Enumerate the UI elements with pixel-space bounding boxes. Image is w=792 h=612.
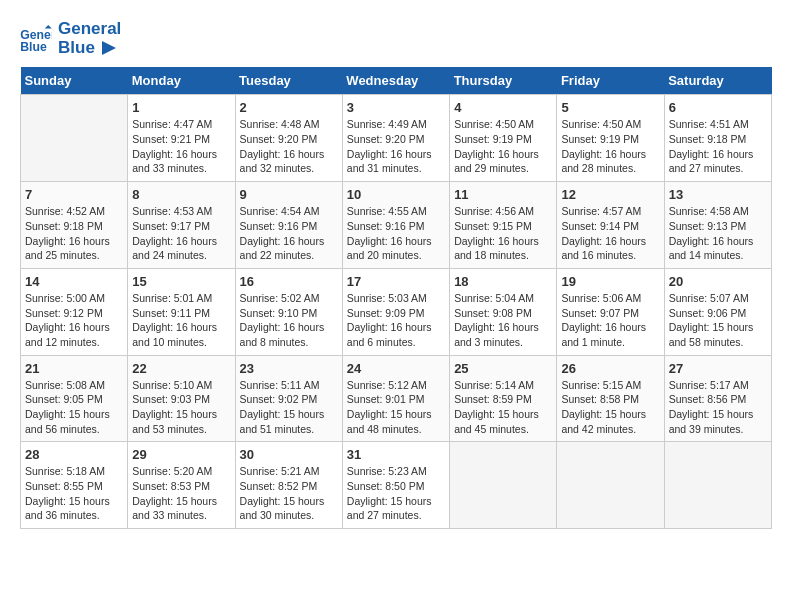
day-number: 24 <box>347 361 445 376</box>
day-info: Sunrise: 4:47 AMSunset: 9:21 PMDaylight:… <box>132 117 230 176</box>
day-info: Sunrise: 4:52 AMSunset: 9:18 PMDaylight:… <box>25 204 123 263</box>
day-number: 31 <box>347 447 445 462</box>
calendar-cell: 16 Sunrise: 5:02 AMSunset: 9:10 PMDaylig… <box>235 268 342 355</box>
calendar-cell: 24 Sunrise: 5:12 AMSunset: 9:01 PMDaylig… <box>342 355 449 442</box>
calendar-cell: 17 Sunrise: 5:03 AMSunset: 9:09 PMDaylig… <box>342 268 449 355</box>
logo: General Blue General Blue <box>20 20 121 57</box>
day-info: Sunrise: 5:21 AMSunset: 8:52 PMDaylight:… <box>240 464 338 523</box>
day-info: Sunrise: 4:56 AMSunset: 9:15 PMDaylight:… <box>454 204 552 263</box>
calendar-cell: 15 Sunrise: 5:01 AMSunset: 9:11 PMDaylig… <box>128 268 235 355</box>
calendar-cell: 6 Sunrise: 4:51 AMSunset: 9:18 PMDayligh… <box>664 95 771 182</box>
day-info: Sunrise: 5:11 AMSunset: 9:02 PMDaylight:… <box>240 378 338 437</box>
day-number: 26 <box>561 361 659 376</box>
day-info: Sunrise: 5:15 AMSunset: 8:58 PMDaylight:… <box>561 378 659 437</box>
day-info: Sunrise: 5:06 AMSunset: 9:07 PMDaylight:… <box>561 291 659 350</box>
calendar-cell: 29 Sunrise: 5:20 AMSunset: 8:53 PMDaylig… <box>128 442 235 529</box>
calendar-cell: 19 Sunrise: 5:06 AMSunset: 9:07 PMDaylig… <box>557 268 664 355</box>
day-number: 28 <box>25 447 123 462</box>
calendar-cell: 14 Sunrise: 5:00 AMSunset: 9:12 PMDaylig… <box>21 268 128 355</box>
day-info: Sunrise: 4:50 AMSunset: 9:19 PMDaylight:… <box>561 117 659 176</box>
header-tuesday: Tuesday <box>235 67 342 95</box>
day-info: Sunrise: 5:12 AMSunset: 9:01 PMDaylight:… <box>347 378 445 437</box>
day-number: 2 <box>240 100 338 115</box>
logo-blue: Blue <box>58 39 121 58</box>
svg-marker-2 <box>45 25 52 29</box>
day-number: 23 <box>240 361 338 376</box>
day-number: 18 <box>454 274 552 289</box>
day-number: 27 <box>669 361 767 376</box>
day-number: 1 <box>132 100 230 115</box>
calendar-cell: 2 Sunrise: 4:48 AMSunset: 9:20 PMDayligh… <box>235 95 342 182</box>
svg-marker-3 <box>102 41 116 55</box>
week-row-1: 1 Sunrise: 4:47 AMSunset: 9:21 PMDayligh… <box>21 95 772 182</box>
day-number: 13 <box>669 187 767 202</box>
calendar-cell: 30 Sunrise: 5:21 AMSunset: 8:52 PMDaylig… <box>235 442 342 529</box>
calendar-cell <box>664 442 771 529</box>
week-row-3: 14 Sunrise: 5:00 AMSunset: 9:12 PMDaylig… <box>21 268 772 355</box>
calendar-cell <box>450 442 557 529</box>
day-info: Sunrise: 5:04 AMSunset: 9:08 PMDaylight:… <box>454 291 552 350</box>
calendar-cell: 26 Sunrise: 5:15 AMSunset: 8:58 PMDaylig… <box>557 355 664 442</box>
day-number: 16 <box>240 274 338 289</box>
day-number: 4 <box>454 100 552 115</box>
day-number: 5 <box>561 100 659 115</box>
logo-general: General <box>58 20 121 39</box>
calendar-cell <box>21 95 128 182</box>
day-info: Sunrise: 5:00 AMSunset: 9:12 PMDaylight:… <box>25 291 123 350</box>
header-friday: Friday <box>557 67 664 95</box>
day-number: 10 <box>347 187 445 202</box>
svg-text:Blue: Blue <box>20 40 47 53</box>
day-info: Sunrise: 5:08 AMSunset: 9:05 PMDaylight:… <box>25 378 123 437</box>
calendar-cell: 12 Sunrise: 4:57 AMSunset: 9:14 PMDaylig… <box>557 182 664 269</box>
day-info: Sunrise: 5:20 AMSunset: 8:53 PMDaylight:… <box>132 464 230 523</box>
calendar-cell: 27 Sunrise: 5:17 AMSunset: 8:56 PMDaylig… <box>664 355 771 442</box>
header-sunday: Sunday <box>21 67 128 95</box>
calendar-cell: 31 Sunrise: 5:23 AMSunset: 8:50 PMDaylig… <box>342 442 449 529</box>
day-info: Sunrise: 5:10 AMSunset: 9:03 PMDaylight:… <box>132 378 230 437</box>
day-info: Sunrise: 5:01 AMSunset: 9:11 PMDaylight:… <box>132 291 230 350</box>
calendar-cell: 21 Sunrise: 5:08 AMSunset: 9:05 PMDaylig… <box>21 355 128 442</box>
day-info: Sunrise: 4:48 AMSunset: 9:20 PMDaylight:… <box>240 117 338 176</box>
header-wednesday: Wednesday <box>342 67 449 95</box>
day-info: Sunrise: 4:54 AMSunset: 9:16 PMDaylight:… <box>240 204 338 263</box>
calendar-cell <box>557 442 664 529</box>
day-info: Sunrise: 5:14 AMSunset: 8:59 PMDaylight:… <box>454 378 552 437</box>
calendar-cell: 7 Sunrise: 4:52 AMSunset: 9:18 PMDayligh… <box>21 182 128 269</box>
day-number: 9 <box>240 187 338 202</box>
calendar-cell: 23 Sunrise: 5:11 AMSunset: 9:02 PMDaylig… <box>235 355 342 442</box>
day-number: 15 <box>132 274 230 289</box>
day-info: Sunrise: 5:07 AMSunset: 9:06 PMDaylight:… <box>669 291 767 350</box>
week-row-5: 28 Sunrise: 5:18 AMSunset: 8:55 PMDaylig… <box>21 442 772 529</box>
day-number: 21 <box>25 361 123 376</box>
day-info: Sunrise: 5:18 AMSunset: 8:55 PMDaylight:… <box>25 464 123 523</box>
calendar-cell: 8 Sunrise: 4:53 AMSunset: 9:17 PMDayligh… <box>128 182 235 269</box>
calendar-cell: 9 Sunrise: 4:54 AMSunset: 9:16 PMDayligh… <box>235 182 342 269</box>
day-info: Sunrise: 5:03 AMSunset: 9:09 PMDaylight:… <box>347 291 445 350</box>
day-number: 17 <box>347 274 445 289</box>
day-number: 20 <box>669 274 767 289</box>
day-number: 30 <box>240 447 338 462</box>
day-number: 7 <box>25 187 123 202</box>
calendar-cell: 25 Sunrise: 5:14 AMSunset: 8:59 PMDaylig… <box>450 355 557 442</box>
day-number: 6 <box>669 100 767 115</box>
day-number: 25 <box>454 361 552 376</box>
calendar-cell: 13 Sunrise: 4:58 AMSunset: 9:13 PMDaylig… <box>664 182 771 269</box>
day-info: Sunrise: 4:53 AMSunset: 9:17 PMDaylight:… <box>132 204 230 263</box>
calendar-cell: 18 Sunrise: 5:04 AMSunset: 9:08 PMDaylig… <box>450 268 557 355</box>
day-info: Sunrise: 4:58 AMSunset: 9:13 PMDaylight:… <box>669 204 767 263</box>
week-row-2: 7 Sunrise: 4:52 AMSunset: 9:18 PMDayligh… <box>21 182 772 269</box>
day-info: Sunrise: 4:50 AMSunset: 9:19 PMDaylight:… <box>454 117 552 176</box>
day-number: 29 <box>132 447 230 462</box>
calendar-cell: 5 Sunrise: 4:50 AMSunset: 9:19 PMDayligh… <box>557 95 664 182</box>
calendar-cell: 20 Sunrise: 5:07 AMSunset: 9:06 PMDaylig… <box>664 268 771 355</box>
calendar-header-row: SundayMondayTuesdayWednesdayThursdayFrid… <box>21 67 772 95</box>
day-number: 11 <box>454 187 552 202</box>
day-info: Sunrise: 4:55 AMSunset: 9:16 PMDaylight:… <box>347 204 445 263</box>
header-saturday: Saturday <box>664 67 771 95</box>
day-number: 19 <box>561 274 659 289</box>
calendar-cell: 22 Sunrise: 5:10 AMSunset: 9:03 PMDaylig… <box>128 355 235 442</box>
calendar-cell: 11 Sunrise: 4:56 AMSunset: 9:15 PMDaylig… <box>450 182 557 269</box>
logo-icon: General Blue <box>20 25 52 53</box>
calendar-cell: 3 Sunrise: 4:49 AMSunset: 9:20 PMDayligh… <box>342 95 449 182</box>
day-number: 3 <box>347 100 445 115</box>
